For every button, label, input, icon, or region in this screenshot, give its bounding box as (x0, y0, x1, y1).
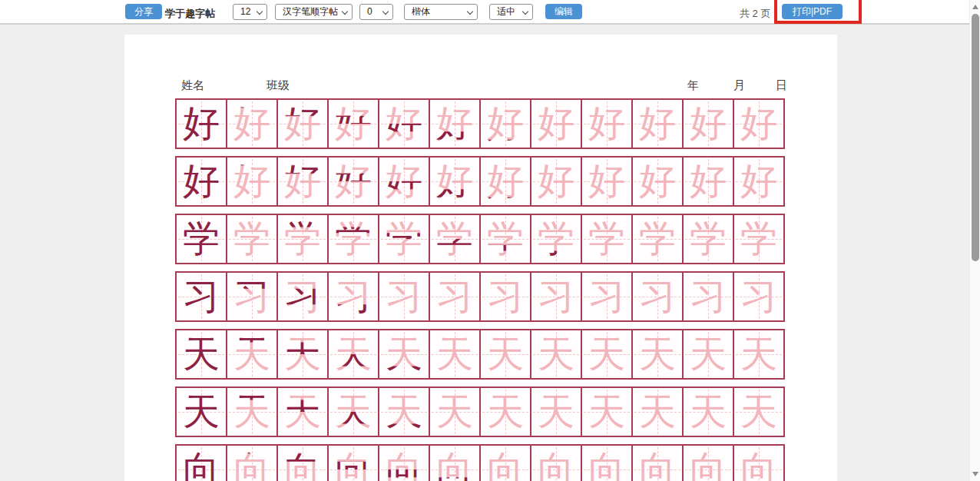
vertical-scrollbar[interactable] (969, 0, 980, 481)
practice-cell: 天天 (276, 386, 329, 437)
stroke-step-base-glyph: 学 (481, 215, 530, 263)
practice-cell: 天 (581, 329, 633, 380)
trace-glyph: 天 (481, 330, 530, 378)
trace-glyph: 天 (582, 330, 631, 378)
practice-cell: 天 (631, 386, 684, 437)
practice-cell: 学学 (276, 214, 329, 264)
scroll-down-button[interactable] (970, 469, 980, 479)
trace-glyph: 习 (582, 273, 631, 320)
font-family-select[interactable]: 楷体 (404, 4, 478, 20)
font-size-select[interactable]: 12 (233, 4, 267, 20)
chevron-down-icon (342, 8, 348, 15)
trace-glyph: 学 (734, 215, 783, 263)
offset-select[interactable]: 0 (359, 4, 393, 20)
edit-button[interactable]: 编辑 (545, 4, 582, 19)
stroke-step-base-glyph: 天 (278, 388, 327, 436)
practice-row: 学学学学学学学学学学学学学学学学学学学学 (175, 214, 785, 264)
character-glyph: 好 (177, 158, 226, 205)
practice-cell: 学 (631, 214, 684, 264)
font-family-select-value: 楷体 (412, 6, 430, 17)
stroke-step-base-glyph: 向 (278, 446, 327, 481)
practice-grid: 好好好好好好好好好好好好好好好好好好好好好好好好好好好好好好好好好好好好学学学学… (175, 98, 785, 481)
template-select-value: 汉字笔顺字帖 (283, 6, 338, 17)
trace-glyph: 天 (684, 330, 733, 378)
trace-glyph: 好 (734, 158, 783, 205)
practice-cell: 天 (429, 329, 481, 380)
practice-cell: 好好 (226, 98, 278, 149)
practice-cell: 天天 (226, 329, 278, 380)
trace-glyph: 天 (430, 388, 479, 436)
character-glyph: 天 (177, 388, 226, 436)
practice-cell: 向向 (378, 444, 430, 481)
character-glyph: 学 (177, 215, 226, 263)
practice-cell: 好 (530, 98, 582, 149)
practice-cell: 天 (581, 386, 633, 437)
chevron-down-icon (257, 8, 263, 15)
practice-cell: 习 (631, 271, 684, 322)
trace-glyph: 天 (531, 330, 581, 378)
arrow-up-icon (972, 5, 978, 9)
stroke-step-base-glyph: 天 (278, 330, 327, 378)
character-glyph: 习 (177, 273, 226, 320)
trace-glyph: 向 (684, 446, 733, 481)
page-count: 共 2 页 (740, 7, 770, 21)
practice-cell: 好 (581, 156, 633, 207)
practice-cell: 好好 (429, 156, 481, 207)
practice-cell: 天天 (378, 386, 430, 437)
practice-cell: 好好 (479, 156, 531, 207)
trace-glyph: 好 (633, 158, 682, 205)
trace-glyph: 习 (633, 273, 682, 320)
trace-glyph: 天 (633, 388, 682, 436)
share-button[interactable]: 分享 (125, 4, 162, 19)
chevron-down-icon (467, 8, 473, 15)
practice-cell: 习 (429, 271, 481, 322)
practice-cell: 天 (429, 386, 481, 437)
stroke-step-base-glyph: 向 (430, 446, 479, 481)
print-pdf-button[interactable]: 打印|PDF (782, 4, 843, 19)
chevron-down-icon (522, 8, 528, 15)
day-label: 日 (776, 78, 787, 93)
stroke-step-base-glyph: 好 (278, 158, 327, 205)
density-select-value: 适中 (497, 6, 515, 17)
practice-cell: 向向 (429, 444, 481, 481)
month-label: 月 (733, 78, 745, 93)
practice-row: 天天天天天天天天天天天天天天天天 (175, 329, 785, 380)
toolbar: 分享 学于趣字帖 12 汉字笔顺字帖 0 楷体 适中 编辑 共 2 页 打印|P… (0, 0, 969, 25)
stroke-step-base-glyph: 学 (379, 215, 429, 263)
practice-cell: 天 (733, 386, 785, 437)
font-size-select-value: 12 (240, 6, 250, 17)
practice-cell: 向 (682, 444, 734, 481)
practice-cell: 好好 (327, 156, 379, 207)
scroll-up-button[interactable] (970, 2, 980, 12)
practice-cell: 向 (530, 444, 582, 481)
practice-cell: 天天 (327, 386, 379, 437)
practice-cell: 习 (733, 271, 785, 322)
practice-cell: 好好 (479, 98, 531, 149)
density-select[interactable]: 适中 (489, 4, 533, 20)
scrollbar-thumb[interactable] (972, 14, 979, 261)
template-select[interactable]: 汉字笔顺字帖 (275, 4, 353, 20)
trace-glyph: 习 (684, 273, 733, 320)
stroke-step-base-glyph: 向 (481, 446, 530, 481)
name-label: 姓名 (181, 78, 204, 93)
practice-row: 天天天天天天天天天天天天天天天天 (175, 386, 785, 437)
practice-cell: 学学 (429, 214, 481, 264)
trace-glyph: 向 (531, 446, 581, 481)
practice-cell: 天 (682, 386, 734, 437)
practice-cell: 好好 (378, 98, 430, 149)
practice-cell: 学学 (530, 214, 582, 264)
stroke-step-base-glyph: 学 (582, 215, 631, 263)
practice-cell: 天 (479, 386, 531, 437)
stroke-step-base-glyph: 好 (278, 100, 327, 148)
practice-cell: 习习 (327, 271, 379, 322)
trace-glyph: 向 (633, 446, 682, 481)
trace-glyph: 天 (481, 388, 530, 436)
trace-glyph: 天 (633, 330, 682, 378)
stroke-step-base-glyph: 好 (329, 100, 378, 148)
trace-glyph: 习 (379, 273, 429, 320)
practice-cell: 天天 (327, 329, 379, 380)
practice-cell: 好好 (226, 156, 278, 207)
practice-cell: 天 (682, 329, 734, 380)
practice-cell: 天天 (226, 386, 278, 437)
trace-glyph: 好 (582, 100, 631, 148)
